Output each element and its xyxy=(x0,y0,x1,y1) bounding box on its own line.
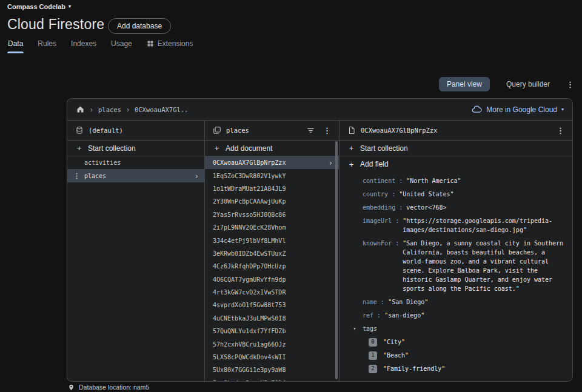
document-field: imageUrl : "https://storage.googleapis.c… xyxy=(363,216,564,234)
document-field: name : "San Diego" xyxy=(363,297,564,307)
project-selector[interactable]: Compass Codelab ▾ xyxy=(7,3,71,10)
document-id: 5Ux80x7GGGi1e3py9aW8 xyxy=(213,367,286,373)
database-location: Database location: nam5 xyxy=(79,384,149,391)
field-value: "Family-friendly" xyxy=(383,364,564,373)
document-id: 4uCNEtbkaJ3uLMPwS0I8 xyxy=(213,315,286,322)
chevron-right-icon: › xyxy=(194,172,199,180)
action-label: Add field xyxy=(360,160,389,168)
add-database-button[interactable]: Add database xyxy=(108,18,171,34)
filter-icon[interactable] xyxy=(306,126,315,135)
array-item: 2 "Family-friendly" xyxy=(363,364,564,373)
toolbar-menu-icon[interactable]: ⋮ xyxy=(566,81,574,88)
tab-data[interactable]: Data xyxy=(7,38,24,53)
action-label: Start collection xyxy=(360,144,408,153)
document-id: 4rt3kGW7cvD2xIVwSTDR xyxy=(213,289,286,296)
document-id: 2i7pL9NNV2QEcK28Vhom xyxy=(213,224,286,231)
document-list-item[interactable]: 2i7pL9NNV2QEcK28Vhom xyxy=(205,221,339,234)
document-list-item[interactable]: 57h2cxhVBCru1ag66OJz xyxy=(205,337,339,350)
document-list-item[interactable]: 57QuQNLYu1dxf7YfFDZb xyxy=(205,325,339,337)
document-list-item[interactable]: 4uCNEtbkaJ3uLMPwS0I8 xyxy=(205,312,339,325)
tab-usage[interactable]: Usage xyxy=(110,38,133,53)
field-name: imageUrl xyxy=(363,216,392,234)
breadcrumb-document[interactable]: 0CXwoauAX7Gl.. xyxy=(135,106,189,113)
document-field: embedding : vector<768> xyxy=(363,203,564,212)
collection-panel-header: places ⋮ xyxy=(205,121,339,141)
document-list-item[interactable]: 5Ux80x7GGGi1e3py9aW8 xyxy=(205,364,339,376)
collections-list: activities ⋮ places › xyxy=(67,156,204,182)
document-field: country : "United States" xyxy=(363,190,564,199)
document-id: 5LXS8cPQWCdkDov4sWII xyxy=(213,354,286,360)
document-id: 3eKRwb0IDZb4EwSTUuxZ xyxy=(213,250,286,257)
home-icon[interactable] xyxy=(76,105,85,114)
kebab-icon[interactable]: ⋮ xyxy=(73,172,80,180)
document-list-item[interactable]: 3J4c4etPj9lbVf8LMhVl xyxy=(205,234,339,247)
breadcrumb-collection[interactable]: places xyxy=(98,106,121,113)
field-colon: : xyxy=(395,203,406,212)
collection-list-item[interactable]: ⋮ places › xyxy=(67,169,204,182)
tab-label: Usage xyxy=(111,39,132,48)
more-in-google-cloud-link[interactable]: More in Google Cloud ▾ xyxy=(472,104,564,115)
tab-indexes[interactable]: Indexes xyxy=(70,38,97,53)
field-name: name xyxy=(363,297,377,307)
tab-label: Rules xyxy=(38,39,56,48)
document-list-item[interactable]: 4svprdXoO1f5Gw88t753 xyxy=(205,299,339,311)
document-list-item[interactable]: 1EqSZoC3DwR802V1ywkY xyxy=(205,169,339,182)
document-list-item[interactable]: 5qnShvdwv2oamHPv7Ql4 xyxy=(205,377,339,381)
start-collection-button[interactable]: + Start collection xyxy=(67,141,204,156)
field-value: "Beach" xyxy=(383,351,564,360)
field-name: knownFor xyxy=(363,239,392,293)
document-id: 2Y30WnPcBpCAAAwjUuKp xyxy=(213,198,286,205)
document-list-item[interactable]: 3eKRwb0IDZb4EwSTUuxZ xyxy=(205,247,339,260)
document-id: 0CXwoauAX7GlBpNrpZzx xyxy=(213,159,286,166)
document-list-item[interactable]: 4Cz6JkRfqhDPp7OHcUzp xyxy=(205,260,339,273)
document-list-item[interactable]: 4O6CQAT7ygmURvYfn9dp xyxy=(205,273,339,286)
document-list-item[interactable]: 4rt3kGW7cvD2xIVwSTDR xyxy=(205,286,339,299)
document-id: 4Cz6JkRfqhDPp7OHcUzp xyxy=(213,263,286,270)
document-id: 1EqSZoC3DwR802V1ywkY xyxy=(213,173,286,179)
add-field-button[interactable]: + Add field xyxy=(340,156,572,172)
document-menu-icon[interactable]: ⋮ xyxy=(557,127,564,135)
panel-columns: (default) + Start collection activities … xyxy=(67,121,572,381)
tab-label: Data xyxy=(8,39,23,48)
document-list-item[interactable]: 5LXS8cPQWCdkDov4sWII xyxy=(205,351,339,364)
tab-rules[interactable]: Rules xyxy=(37,38,57,53)
plus-icon: + xyxy=(213,144,220,152)
document-list-item[interactable]: 0CXwoauAX7GlBpNrpZzx › xyxy=(205,156,339,169)
document-panel-header: 0CXwoauAX7GlBpNrpZzx ⋮ xyxy=(340,121,572,141)
triangle-down-icon[interactable]: ▾ xyxy=(347,324,363,333)
start-collection-button[interactable]: + Start collection xyxy=(340,141,572,156)
firestore-data-panel: › places › 0CXwoauAX7Gl.. More in Google… xyxy=(67,98,573,382)
field-colon: : xyxy=(392,239,403,293)
document-id: 57h2cxhVBCru1ag66OJz xyxy=(213,341,286,348)
field-name: country xyxy=(363,190,388,199)
chevron-right-icon: › xyxy=(328,159,333,167)
document-id: 1o1tWDraMUat21A84JL9 xyxy=(213,185,286,192)
field-colon: : xyxy=(395,176,406,185)
caret-down-icon: ▾ xyxy=(69,4,71,9)
document-list-item[interactable]: 2Yas5rRvsso5HJ0QBc86 xyxy=(205,208,339,221)
field-name: embedding xyxy=(363,203,395,212)
panel-view-button[interactable]: Panel view xyxy=(439,77,490,91)
document-list-item[interactable]: 2Y30WnPcBpCAAAwjUuKp xyxy=(205,195,339,208)
document-header-actions: ⋮ xyxy=(557,127,564,135)
chevron-right-icon: › xyxy=(127,106,129,113)
database-panel: (default) + Start collection activities … xyxy=(67,121,205,381)
query-builder-button[interactable]: Query builder xyxy=(498,77,558,91)
collection-list-item[interactable]: activities xyxy=(67,156,204,169)
field-value: "San Diego" xyxy=(388,297,564,307)
document-id: 4O6CQAT7ygmURvYfn9dp xyxy=(213,276,286,283)
collection-menu-icon[interactable]: ⋮ xyxy=(323,127,331,135)
document-id: 3J4c4etPj9lbVf8LMhVl xyxy=(213,238,286,244)
extensions-icon xyxy=(147,40,154,47)
field-group[interactable]: ▾ tags xyxy=(363,324,564,333)
more-link-label: More in Google Cloud xyxy=(486,105,557,114)
document-list-item[interactable]: 1o1tWDraMUat21A84JL9 xyxy=(205,182,339,195)
collection-icon xyxy=(213,126,221,135)
view-toolbar: Panel view Query builder ⋮ xyxy=(439,77,574,91)
tab-extensions[interactable]: Extensions xyxy=(146,38,194,53)
documents-list: 0CXwoauAX7GlBpNrpZzx › 1EqSZoC3DwR802V1y… xyxy=(205,156,339,381)
collection-name: activities xyxy=(84,159,121,166)
scrollbar-thumb[interactable] xyxy=(335,141,338,379)
add-document-button[interactable]: + Add document xyxy=(205,141,339,156)
field-value: "https://storage.googleapis.com/tripedia… xyxy=(403,216,564,234)
